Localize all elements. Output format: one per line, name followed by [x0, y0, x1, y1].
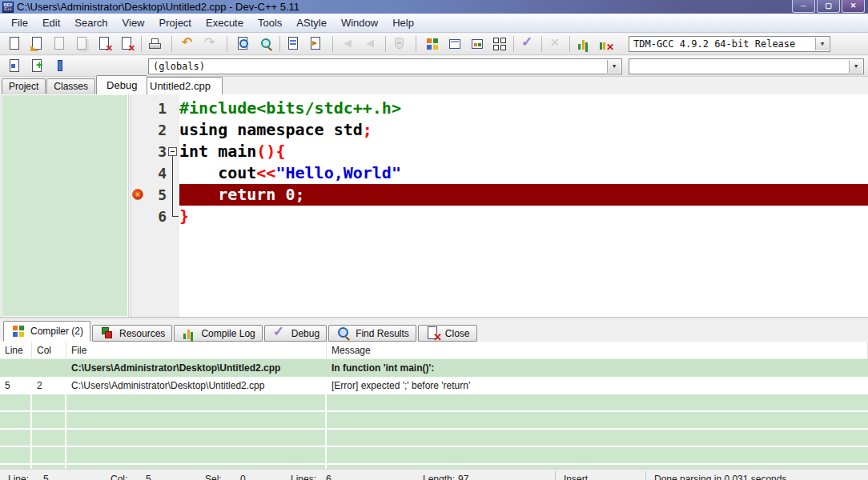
column-header-line[interactable]: Line	[0, 342, 32, 358]
menu-project[interactable]: Project	[152, 14, 199, 32]
cell-col: 2	[32, 377, 66, 394]
toolbar-separator	[279, 36, 280, 52]
menu-help[interactable]: Help	[385, 14, 421, 32]
code-line-6[interactable]: 6}	[131, 206, 868, 227]
minimize-button[interactable]: ─	[792, 0, 815, 13]
replace-icon	[286, 36, 302, 52]
close-file-button[interactable]	[94, 34, 116, 54]
menu-file[interactable]: File	[4, 14, 35, 32]
forward-icon	[364, 36, 380, 52]
compiler-icon	[10, 323, 26, 339]
menu-execute[interactable]: Execute	[199, 14, 251, 32]
globals-select[interactable]: (globals)	[148, 58, 622, 74]
empty-cell	[66, 447, 327, 463]
menu-astyle[interactable]: AStyle	[289, 14, 334, 32]
new-unit-button[interactable]	[4, 56, 26, 77]
code-line-2[interactable]: 2using namespace std;	[131, 119, 868, 141]
code-line-1[interactable]: 1#include<bits/stdc++.h>	[131, 98, 868, 119]
code-line-3[interactable]: 3int main(){	[131, 141, 868, 162]
open-file-button[interactable]	[26, 34, 49, 54]
devcpp-logo-icon	[2, 2, 14, 13]
empty-cell	[0, 430, 32, 446]
abort-shield-icon	[392, 36, 408, 52]
bottom-tab-find-results[interactable]: Find Results	[328, 325, 416, 342]
members-select[interactable]	[629, 58, 864, 74]
menu-tools[interactable]: Tools	[251, 14, 289, 32]
code-line-4[interactable]: 4 cout<<"Hello,World"	[131, 162, 868, 184]
table-header-row: LineColFileMessage	[0, 342, 868, 359]
profile-delete-button[interactable]	[595, 34, 617, 54]
chevron-down-icon[interactable]	[607, 60, 621, 73]
goto-line-button[interactable]	[305, 34, 328, 54]
redo-icon	[203, 36, 219, 52]
column-header-col[interactable]: Col	[32, 342, 66, 358]
column-header-file[interactable]: File	[66, 342, 327, 358]
toolbar-separator	[171, 36, 172, 52]
rebuild-button[interactable]	[488, 34, 511, 54]
compiler-message-row[interactable]: 52C:\Users\Administrator\Desktop\Untitle…	[0, 377, 868, 394]
replace-button[interactable]	[283, 34, 305, 54]
close-all-files-button[interactable]	[116, 34, 139, 54]
title-bar: C:\Users\Administrator\Desktop\Untitled2…	[0, 0, 868, 14]
empty-cell	[32, 430, 66, 446]
left-tab-debug[interactable]: Debug	[96, 75, 147, 94]
back-button	[338, 34, 360, 54]
find-in-files-button[interactable]	[255, 34, 277, 54]
fold-rail	[167, 162, 179, 184]
token-pl: cout	[179, 163, 256, 182]
print-button[interactable]	[144, 34, 167, 54]
editor-tab-untitled2[interactable]: Untitled2.cpp	[138, 77, 223, 94]
bottom-tab-debug[interactable]: Debug	[264, 325, 327, 342]
left-tab-project[interactable]: Project	[2, 78, 46, 94]
run-button[interactable]	[444, 34, 466, 54]
bottom-tab-resources[interactable]: Resources	[92, 325, 172, 342]
print-icon	[147, 36, 163, 52]
fold-collapse-icon[interactable]	[168, 147, 177, 156]
profile-button[interactable]	[573, 34, 595, 54]
undo-icon	[180, 36, 196, 52]
menu-edit[interactable]: Edit	[35, 14, 67, 32]
compile-run-button[interactable]	[466, 34, 488, 54]
empty-cell	[0, 412, 32, 428]
toolbar-separator	[385, 36, 386, 52]
tab-strip: ProjectClassesDebug Untitled2.cpp	[0, 77, 868, 94]
find-results-icon	[336, 326, 352, 342]
token-hl: return 0;	[179, 185, 305, 204]
save-all-icon	[74, 36, 90, 52]
toolbar-separator	[141, 36, 142, 52]
chevron-down-icon[interactable]	[815, 38, 829, 50]
forward-button	[360, 34, 383, 54]
code-editor[interactable]: 1#include<bits/stdc++.h>2using namespace…	[131, 94, 868, 317]
undo-button[interactable]	[177, 34, 199, 54]
menu-bar: FileEditSearchViewProjectExecuteToolsASt…	[0, 14, 868, 33]
compiler-message-row[interactable]: C:\Users\Administrator\Desktop\Untitled2…	[0, 359, 868, 377]
left-tab-classes[interactable]: Classes	[46, 78, 95, 94]
new-file-button[interactable]	[4, 34, 26, 54]
code-line-5[interactable]: 5 return 0;	[131, 184, 868, 206]
remove-from-project-icon	[52, 58, 68, 74]
empty-row	[0, 412, 868, 430]
menu-search[interactable]: Search	[67, 14, 115, 32]
find-button[interactable]	[232, 34, 255, 54]
bottom-tab-close[interactable]: Close	[418, 325, 477, 342]
menu-window[interactable]: Window	[334, 14, 385, 32]
remove-from-project-button[interactable]	[49, 56, 71, 77]
add-to-project-button[interactable]	[26, 56, 49, 77]
bottom-tab-compiler-2[interactable]: Compiler (2)	[3, 321, 90, 342]
compiler-profile-value: TDM-GCC 4.9.2 64-bit Release	[633, 38, 795, 50]
column-header-message[interactable]: Message	[327, 342, 868, 358]
chevron-down-icon[interactable]	[849, 60, 862, 73]
bottom-tab-compile-log[interactable]: Compile Log	[174, 325, 262, 342]
token-pu: ;	[363, 120, 372, 139]
empty-cell	[66, 394, 327, 410]
toolbar-separator	[513, 36, 514, 52]
status-sel: Sel:0	[197, 470, 283, 480]
compile-button[interactable]	[421, 34, 444, 54]
syntax-check-button[interactable]	[516, 34, 539, 54]
menu-view[interactable]: View	[115, 14, 152, 32]
compiler-profile-select[interactable]: TDM-GCC 4.9.2 64-bit Release	[629, 36, 830, 52]
token-kw: int main	[179, 142, 256, 161]
maximize-button[interactable]: ▢	[817, 0, 840, 13]
status-bar: Line:5Col:5Sel:0Lines:6Length:97InsertDo…	[0, 469, 868, 480]
close-button[interactable]: ✕	[842, 0, 865, 13]
